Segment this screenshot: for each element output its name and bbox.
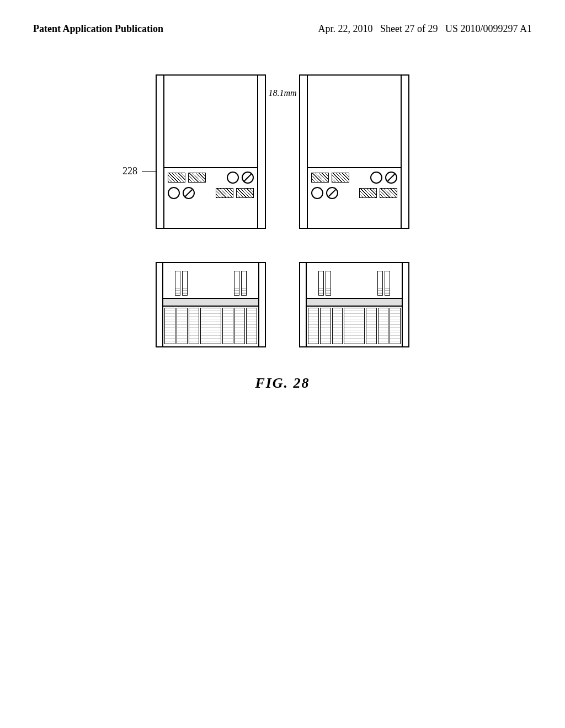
- bottom-top-section-right: [307, 263, 402, 299]
- circle-slash-r2: [326, 187, 338, 199]
- bottom-bottom-section-right: [307, 307, 402, 345]
- pin-4: [241, 271, 247, 296]
- pin-r1: [318, 271, 324, 296]
- pin-r2: [326, 271, 331, 296]
- rail-right: [257, 74, 266, 229]
- dense-pin-3: [189, 308, 200, 344]
- dense-pin-1: [164, 308, 175, 344]
- dimension-label: 18.1mm: [264, 88, 301, 98]
- bottom-body-right: [306, 262, 403, 347]
- page-header: Patent Application Publication Apr. 22, …: [0, 0, 565, 36]
- bottom-device-right: [299, 262, 409, 347]
- bottom-middle-strip-left: [163, 299, 258, 307]
- bottom-outer-right: [299, 262, 409, 347]
- header-patent: US 2010/0099297 A1: [445, 23, 532, 34]
- dense-pin-r3: [332, 308, 343, 344]
- bottom-bottom-section-left: [163, 307, 258, 345]
- device-body-left: [163, 74, 258, 229]
- dense-pin-2: [177, 308, 188, 344]
- bottom-middle-strip-right: [307, 299, 402, 307]
- dense-pin-r5: [378, 308, 389, 344]
- circle-slash-2: [183, 187, 195, 199]
- bottom-outer-left: [156, 262, 266, 347]
- dense-pin-6: [246, 308, 257, 344]
- bottom-top-section-left: [163, 263, 258, 299]
- top-device-left: 228: [156, 74, 266, 229]
- pin-3: [234, 271, 239, 296]
- bottom-rail-rr: [402, 262, 409, 347]
- device-body-right: [307, 74, 402, 229]
- dense-pin-5: [234, 308, 246, 344]
- circle-slash-r1: [385, 172, 397, 184]
- dense-pin-r4: [366, 308, 377, 344]
- dense-pin-4: [222, 308, 233, 344]
- dense-pin-r1: [308, 308, 319, 344]
- dense-pin-r6: [390, 308, 401, 344]
- pin-group-2: [234, 271, 247, 296]
- ic-chip-1: [168, 173, 185, 183]
- dense-pin-r2: [320, 308, 331, 344]
- ic-chip-r3: [359, 188, 377, 198]
- inner-content-left: [164, 167, 257, 228]
- dense-pin-wide-1: [200, 308, 221, 344]
- header-date: Apr. 22, 2010: [318, 23, 372, 34]
- bottom-body-left: [162, 262, 259, 347]
- pin-r4: [385, 271, 390, 296]
- ic-chip-3: [216, 188, 233, 198]
- inner-content-right: [308, 167, 401, 228]
- circle-slash-1: [242, 172, 254, 184]
- circle-1: [227, 172, 239, 184]
- ic-chip-r1: [311, 173, 329, 183]
- pin-group-r2: [377, 271, 390, 296]
- circle-r2: [311, 187, 323, 199]
- main-content: 18.1mm 228: [0, 36, 565, 392]
- pin-2: [182, 271, 188, 296]
- label-text-228: 228: [122, 165, 137, 177]
- circle-r1: [370, 172, 382, 184]
- pin-group-1: [175, 271, 188, 296]
- bottom-rail-r: [258, 262, 266, 347]
- publication-title: Patent Application Publication: [33, 22, 163, 36]
- figure-label: FIG. 28: [255, 375, 310, 392]
- pin-1: [175, 271, 180, 296]
- pin-r3: [377, 271, 383, 296]
- ic-chip-r4: [380, 188, 397, 198]
- header-title-text: Patent Application Publication: [33, 23, 163, 34]
- pin-group-r1: [318, 271, 331, 296]
- header-sheet: Sheet 27 of 29: [380, 23, 438, 34]
- device-outer-right: [299, 74, 409, 229]
- header-info: Apr. 22, 2010 Sheet 27 of 29 US 2010/009…: [318, 22, 532, 36]
- device-outer-left: [156, 74, 266, 229]
- bottom-devices-row: [156, 262, 409, 347]
- dense-pin-wide-r1: [344, 308, 365, 344]
- ic-chip-4: [236, 188, 254, 198]
- rail-right-right: [401, 74, 409, 229]
- circle-2: [168, 187, 180, 199]
- ic-chip-2: [188, 173, 206, 183]
- bottom-device-left: [156, 262, 266, 347]
- ic-chip-r2: [332, 173, 349, 183]
- top-device-right: [299, 74, 409, 229]
